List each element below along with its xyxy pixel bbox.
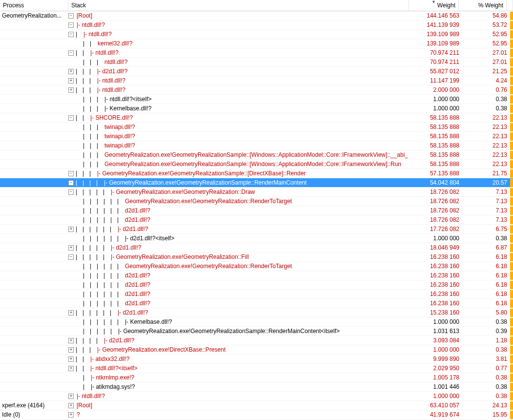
table-row[interactable]: ||||- ntdll.dll!?<itself>1.000 0000.38 [0, 95, 513, 104]
table-row[interactable]: |||ntdll.dll!?70.974 21127.01 [0, 58, 513, 67]
stack-cell: −|||- ntdll.dll!? [68, 48, 412, 57]
stack-label: |- ntdll.dll!? [76, 21, 105, 29]
table-row[interactable]: ||||||d2d1.dll!?16.238 1606.18 [0, 280, 513, 290]
table-row[interactable]: Idle (0)+?41.919 67415.95 [0, 410, 513, 420]
collapse-icon[interactable]: − [68, 50, 74, 56]
expand-icon[interactable]: + [68, 69, 74, 74]
profiler-table: Process Stack ▼Weight % Weight GeometryR… [0, 0, 513, 420]
expand-icon[interactable]: + [68, 412, 74, 418]
collapse-icon[interactable]: − [68, 180, 74, 186]
stack-cell: |||||||- d2d1.dll!?<itself> [68, 234, 412, 243]
weight-bar-icon [510, 234, 513, 243]
table-row[interactable]: −|||- ntdll.dll!?70.974 21127.01 [0, 48, 513, 58]
bar-cell [510, 336, 513, 345]
col-stack[interactable]: Stack [68, 0, 409, 11]
table-row[interactable]: +|||- atidxx32.dll!?9.999 8903.81 [0, 355, 513, 364]
expand-icon[interactable]: + [68, 245, 74, 251]
table-row[interactable]: ||- ntkrnlmp.exe!?1.005 1780.38 [0, 373, 513, 382]
stack-cell: ||kernel32.dll!? [68, 39, 412, 48]
table-row[interactable]: |||GeometryRealization.exe!GeometryReali… [0, 150, 513, 160]
bar-cell [510, 280, 513, 289]
table-row[interactable]: |||twinapi.dll!?58.135 88822.13 [0, 123, 513, 132]
tree-pipe-icon: | [97, 327, 103, 336]
weight-bar-icon [510, 336, 513, 345]
pct-weight-cell: 7.13 [462, 206, 510, 215]
collapse-icon[interactable]: − [68, 115, 74, 121]
table-row[interactable]: +|||||||- d2d1.dll!?17.726 0826.75 [0, 225, 513, 234]
col-pct-weight[interactable]: % Weight [459, 0, 507, 11]
expand-icon[interactable]: + [68, 366, 74, 371]
table-row[interactable]: +||||- GeometryRealization.exe!DirectXBa… [0, 345, 513, 355]
expand-icon[interactable]: + [68, 347, 74, 353]
table-row[interactable]: −|- ntdll.dll!?141.139 93953.72 [0, 21, 513, 30]
collapse-icon[interactable]: − [68, 13, 74, 19]
col-bar [507, 0, 513, 11]
col-process[interactable]: Process [0, 0, 68, 11]
table-row[interactable]: ||||||d2d1.dll!?16.238 1606.18 [0, 299, 513, 308]
expand-icon[interactable]: + [68, 227, 74, 232]
expand-icon[interactable]: + [68, 310, 74, 315]
collapse-icon[interactable]: − [68, 32, 74, 37]
expand-icon[interactable]: + [68, 338, 74, 343]
weight-cell: 18.726 082 [412, 197, 462, 206]
pct-weight-cell: 6.87 [462, 243, 510, 252]
table-row[interactable]: ||||||GeometryRealization.exe!GeometryRe… [0, 262, 513, 271]
pct-weight-cell: 0.38 [462, 234, 510, 243]
table-row[interactable]: |||||||- d2d1.dll!?<itself>1.000 0000.38 [0, 234, 513, 243]
col-weight[interactable]: ▼Weight [409, 0, 459, 11]
table-row[interactable]: xperf.exe (4164)+[Root]63.410 05724.13 [0, 401, 513, 410]
expand-icon[interactable]: + [68, 87, 74, 93]
table-row[interactable]: |||twinapi.dll!?58.135 88822.13 [0, 132, 513, 141]
table-row[interactable]: ||||||- GeometryRealization.exe!Geometry… [0, 327, 513, 336]
expand-icon[interactable]: + [68, 357, 74, 362]
tree-pipe-icon: | [103, 225, 110, 233]
collapse-icon[interactable]: − [68, 22, 74, 28]
table-row[interactable]: +||||- ntdll.dll!?2.000 0000.76 [0, 85, 513, 95]
table-row[interactable]: ||||||d2d1.dll!?16.238 1606.18 [0, 271, 513, 280]
weight-bar-icon [510, 318, 513, 326]
table-row[interactable]: +|||||- d2d1.dll!?3.093 0841.18 [0, 336, 513, 345]
tree-pipe-icon: | [76, 48, 82, 57]
tree-pipe-icon: | [103, 188, 110, 196]
table-row[interactable]: ||- atikmdag.sys!?1.001 4460.38 [0, 382, 513, 392]
table-row[interactable]: −||||||- GeometryRealization.exe!Geometr… [0, 252, 513, 262]
collapse-icon[interactable]: − [68, 189, 74, 195]
table-row[interactable]: ||||||d2d1.dll!?18.726 0827.13 [0, 215, 513, 225]
table-row[interactable]: GeometryRealization...−[Root]144.146 563… [0, 11, 513, 21]
table-row[interactable]: ||||||GeometryRealization.exe!GeometryRe… [0, 197, 513, 206]
table-row[interactable]: ||kernel32.dll!?139.109 98952.95 [0, 39, 513, 48]
collapse-icon[interactable]: − [68, 254, 74, 260]
tree-pipe-icon: | [103, 299, 110, 308]
table-row[interactable]: +||||||- d2d1.dll!?18.046 9496.87 [0, 243, 513, 252]
expand-icon[interactable]: + [68, 78, 74, 84]
table-row[interactable]: +|||||||- d2d1.dll!?15.238 1605.80 [0, 308, 513, 317]
table-row[interactable]: |||GeometryRealization.exe!GeometryReali… [0, 160, 513, 169]
tree-pipe-icon: | [97, 160, 103, 168]
table-row[interactable]: −||- ntdll.dll!?139.109 98952.95 [0, 30, 513, 39]
weight-cell: 54.042 804 [412, 178, 462, 187]
tree-pipe-icon: | [110, 308, 117, 317]
bar-cell [510, 345, 513, 354]
table-row[interactable]: ||||||d2d1.dll!?16.238 1606.18 [0, 290, 513, 299]
table-row[interactable]: −|||||- GeometryRealization.exe!Geometry… [0, 178, 513, 188]
table-row[interactable]: +||||- ntdll.dll!?11.147 1994.24 [0, 76, 513, 85]
table-row[interactable]: ||||- Kernelbase.dll!?1.000 0000.38 [0, 104, 513, 113]
collapse-icon[interactable]: − [68, 171, 74, 176]
table-row[interactable]: +|||- ntdll.dll!?<itself>2.029 9500.77 [0, 364, 513, 373]
expand-icon[interactable]: + [68, 394, 74, 399]
table-row[interactable]: −|||- SHCORE.dll!?58.135 88822.13 [0, 113, 513, 123]
table-row[interactable]: ||||||d2d1.dll!?18.726 0827.13 [0, 206, 513, 215]
table-row[interactable]: −||||- GeometryRealization.exe!GeometryR… [0, 169, 513, 178]
table-row[interactable]: |||twinapi.dll!?58.135 88822.13 [0, 141, 513, 150]
tree-pipe-icon: | [103, 280, 110, 289]
process-cell [0, 21, 68, 29]
stack-cell: ||||||d2d1.dll!? [68, 299, 412, 308]
table-row[interactable]: +||||- d2d1.dll!?55.827 01221.25 [0, 67, 513, 76]
tree-pipe-icon: | [82, 364, 89, 373]
expand-icon[interactable]: + [68, 403, 74, 408]
table-row[interactable]: +|- ntdll.dll!?1.000 0000.38 [0, 392, 513, 401]
table-row[interactable]: −||||||- GeometryRealization.exe!Geometr… [0, 188, 513, 197]
stack-label: ntdll.dll!? [103, 58, 127, 66]
table-row[interactable]: |||||||- Kernelbase.dll!?1.000 0000.38 [0, 317, 513, 327]
stack-cell: ||||||d2d1.dll!? [68, 290, 412, 298]
